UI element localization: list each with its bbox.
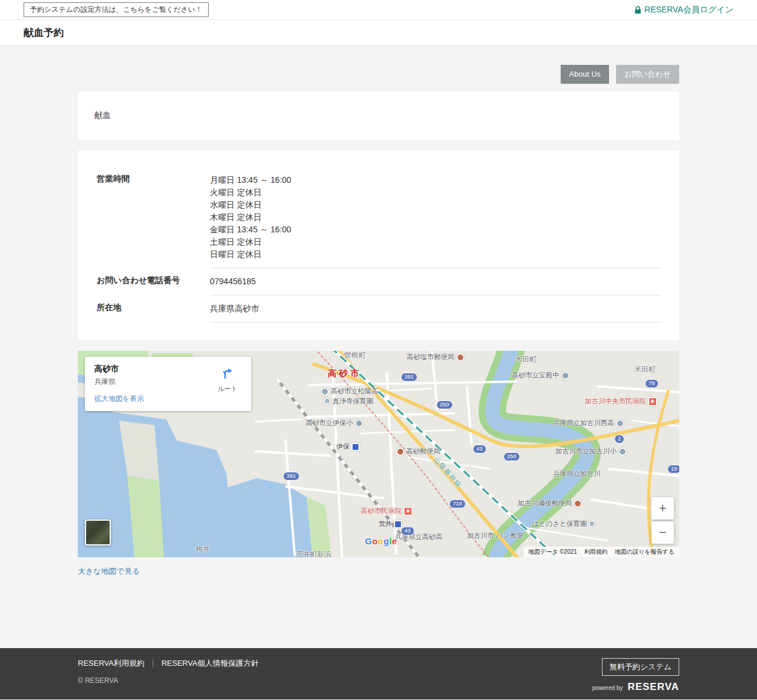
map-terms-link[interactable]: 利用規約 <box>584 548 608 556</box>
route-label: ルート <box>209 384 246 393</box>
hours-line: 土曜日 定休日 <box>210 236 661 248</box>
facility-name: 献血 <box>94 110 111 121</box>
hours-line: 月曜日 13:45 ～ 16:00 <box>210 174 661 186</box>
directions-icon <box>220 365 235 383</box>
map-place-card: 高砂市 兵庫県 拡大地図を表示 ルート <box>85 357 251 411</box>
page-title: 献血予約 <box>24 26 64 40</box>
footer: RESERVA利用規約 RESERVA個人情報保護方針 © RESERVA 無料… <box>0 648 757 699</box>
google-logo: Google <box>365 536 397 546</box>
main-content: About Us お問い合わせ 献血 営業時間 月曜日 13:45 ～ 16:0… <box>0 46 757 648</box>
hours-line: 水曜日 定休日 <box>210 199 661 211</box>
setup-notice-link[interactable]: 予約システムの設定方法は、こちらをご覧ください！ <box>24 2 209 17</box>
enlarge-map-link[interactable]: 拡大地図を表示 <box>94 394 144 404</box>
google-map[interactable]: 高砂市曽根町高砂塩市郵便局米田町米田町高砂市立宝殿中加古川中央市民病院+7925… <box>78 351 679 557</box>
copyright: © RESERVA <box>78 676 259 685</box>
address-value: 兵庫県高砂市 <box>210 295 661 323</box>
phone-value: 0794456185 <box>210 268 661 295</box>
map-place-title: 高砂市 <box>94 364 209 374</box>
hours-line: 日曜日 定休日 <box>210 248 661 261</box>
intro-card: 献血 <box>78 91 679 140</box>
hours-label: 営業時間 <box>97 174 210 268</box>
phone-label: お問い合わせ電話番号 <box>97 268 210 295</box>
hours-value: 月曜日 13:45 ～ 16:00 火曜日 定休日 水曜日 定休日 木曜日 定休… <box>210 174 661 268</box>
zoom-in-button[interactable]: + <box>651 497 674 520</box>
member-login-label: RESERVA会員ログイン <box>644 5 733 15</box>
hours-line: 木曜日 定休日 <box>210 211 661 224</box>
member-login-link[interactable]: RESERVA会員ログイン <box>634 5 733 15</box>
tab-bar: About Us お問い合わせ <box>78 65 679 84</box>
info-row-phone: お問い合わせ電話番号 0794456185 <box>97 268 661 295</box>
free-system-badge[interactable]: 無料予約システム <box>602 658 679 676</box>
top-bar: 予約システムの設定方法は、こちらをご覧ください！ RESERVA会員ログイン <box>0 0 757 20</box>
map-data-copyright: 地図データ ©2021 <box>528 548 577 556</box>
powered-by-row: powered by RESERVA <box>593 681 679 693</box>
footer-privacy-link[interactable]: RESERVA個人情報保護方針 <box>162 658 259 669</box>
reserva-logo[interactable]: RESERVA <box>627 681 679 693</box>
info-card: 営業時間 月曜日 13:45 ～ 16:00 火曜日 定休日 水曜日 定休日 木… <box>78 150 679 340</box>
info-row-address: 所在地 兵庫県高砂市 <box>97 295 661 323</box>
address-label: 所在地 <box>97 295 210 323</box>
tab-contact[interactable]: お問い合わせ <box>616 65 679 84</box>
tab-about-us[interactable]: About Us <box>561 65 608 84</box>
map-place-subtitle: 兵庫県 <box>94 377 209 387</box>
footer-link-divider <box>153 659 153 668</box>
map-report-link[interactable]: 地図の誤りを報告する <box>615 548 674 556</box>
satellite-toggle[interactable] <box>85 520 111 545</box>
zoom-out-button[interactable]: − <box>651 521 674 544</box>
info-row-hours: 営業時間 月曜日 13:45 ～ 16:00 火曜日 定休日 水曜日 定休日 木… <box>97 174 661 268</box>
footer-terms-link[interactable]: RESERVA利用規約 <box>78 658 144 669</box>
view-larger-map-link[interactable]: 大きな地図で見る <box>78 566 140 577</box>
hours-line: 金曜日 13:45 ～ 16:00 <box>210 224 661 236</box>
site-header: 献血予約 <box>0 20 757 46</box>
footer-links: RESERVA利用規約 RESERVA個人情報保護方針 <box>78 658 259 669</box>
hours-line: 火曜日 定休日 <box>210 186 661 199</box>
powered-by-label: powered by <box>593 685 623 691</box>
map-attribution: 地図データ ©2021 利用規約 地図の誤りを報告する <box>524 547 679 557</box>
lock-icon <box>634 6 641 14</box>
directions-button[interactable]: ルート <box>209 364 246 405</box>
